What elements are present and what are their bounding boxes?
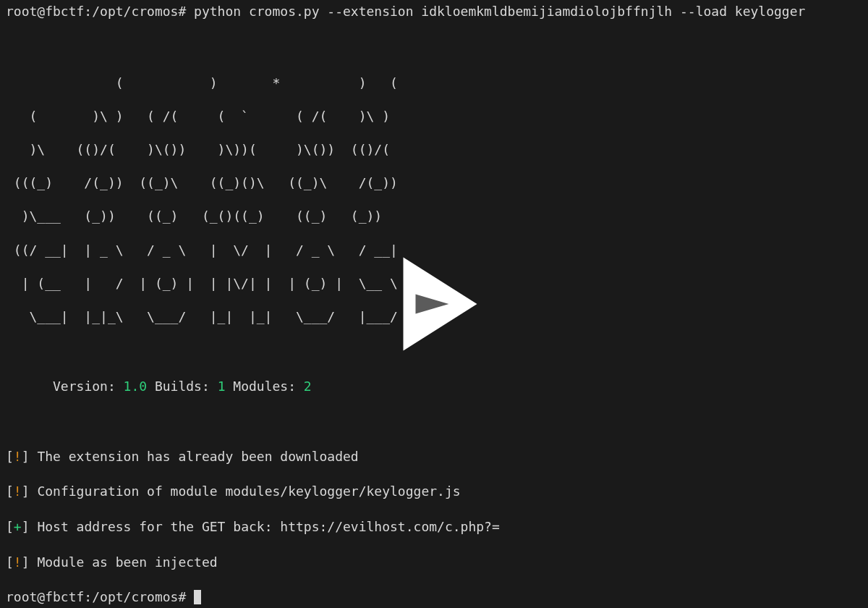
blank-line — [6, 413, 862, 430]
log-line: [!] The extension has already been downl… — [6, 448, 862, 465]
log-line: [+] Host address for the GET back: https… — [6, 518, 862, 536]
log-line: [!] Configuration of module modules/keyl… — [6, 483, 862, 500]
log-line: [!] Module as been injected — [6, 554, 862, 571]
play-button[interactable] — [373, 242, 495, 366]
blank-line — [6, 38, 862, 56]
final-prompt-line: root@fbctf:/opt/cromos# — [6, 588, 862, 606]
cursor-block — [194, 590, 201, 604]
command-line: root@fbctf:/opt/cromos# python cromos.py… — [6, 3, 862, 20]
version-info: Version: 1.0 Builds: 1 Modules: 2 — [6, 378, 862, 395]
play-icon — [373, 242, 495, 366]
